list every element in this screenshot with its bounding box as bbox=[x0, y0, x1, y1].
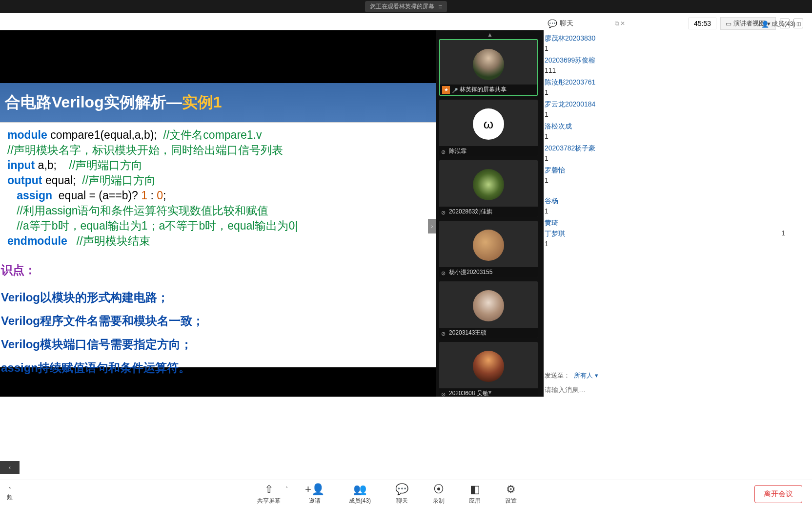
gallery-scroll-down[interactable]: ▼ bbox=[487, 389, 493, 396]
chat-sender: 谷杨 bbox=[544, 196, 803, 207]
toolbar-apps-button[interactable]: ◧应用 bbox=[469, 483, 481, 505]
members-icon: 👤 bbox=[761, 21, 769, 28]
chat-message: 111 bbox=[544, 66, 803, 77]
avatar bbox=[473, 230, 504, 261]
page-nav-prev[interactable]: ‹ bbox=[0, 461, 20, 474]
audio-control[interactable]: ˄ 频 bbox=[0, 487, 20, 502]
chat-icon: 💬 bbox=[395, 483, 408, 496]
members-tab[interactable]: 👤 成员(43) bbox=[758, 17, 803, 31]
avatar: ω bbox=[473, 108, 504, 140]
chat-sender: 罗馨怡 bbox=[544, 165, 803, 176]
toolbar-record-button[interactable]: ⦿录制 bbox=[433, 483, 445, 505]
participant-name: 20202863刘佳旗 bbox=[449, 208, 492, 216]
chat-panel: 廖茂林20203830120203699苏俊榕111陈汝彤202037611罗云… bbox=[544, 30, 803, 397]
leave-meeting-button[interactable]: 离开会议 bbox=[754, 485, 802, 503]
banner-menu-icon[interactable]: ≡ bbox=[438, 3, 442, 11]
toolbar-chat-button[interactable]: 💬聊天 bbox=[395, 483, 408, 505]
toolbar-settings-button[interactable]: ⚙设置 bbox=[505, 483, 517, 505]
chat-message: 1 bbox=[544, 154, 803, 165]
mic-muted-icon bbox=[441, 270, 447, 275]
slide: 合电路Verilog实例解析—实例1 module compare1(equal… bbox=[0, 83, 436, 367]
points-header: 识点： bbox=[1, 258, 435, 282]
avatar bbox=[473, 290, 504, 321]
collapse-handle[interactable]: › bbox=[428, 219, 436, 233]
chevron-up-icon: ˄ bbox=[8, 487, 11, 493]
video-tile[interactable]: ★林英撑的屏幕共享 bbox=[439, 39, 538, 96]
video-tile[interactable]: 20203143王硕 bbox=[439, 281, 538, 338]
mic-muted-icon bbox=[441, 209, 447, 215]
toolbar-members-button[interactable]: 👥成员(43) bbox=[349, 483, 371, 505]
members-icon: 👥 bbox=[353, 483, 366, 496]
tile-label: 20202863刘佳旗 bbox=[439, 207, 538, 217]
point-1: Verilog以模块的形式构建电路； bbox=[1, 286, 435, 309]
mic-muted-icon bbox=[441, 391, 447, 397]
chat-message: 1 bbox=[544, 88, 803, 99]
chat-icon: 💬 bbox=[548, 19, 557, 28]
chat-sender: 洛松次成 bbox=[544, 121, 803, 132]
host-badge-icon: ★ bbox=[442, 86, 450, 94]
top-bar: 您正在观看林英撑的屏幕 ≡ bbox=[0, 0, 812, 13]
toolbar-label: 聊天 bbox=[396, 497, 408, 505]
chat-input[interactable] bbox=[544, 383, 803, 397]
point-4: assign持续赋值语句和条件运算符。 bbox=[1, 356, 435, 380]
members-label: 成员(43) bbox=[771, 20, 795, 28]
video-tile[interactable]: 20202863刘佳旗 bbox=[439, 160, 538, 217]
video-gallery: ▲ ★林英撑的屏幕共享ω陈泓霏20202863刘佳旗杨小漫20203155202… bbox=[436, 30, 544, 397]
participant-name: 杨小漫20203155 bbox=[449, 268, 492, 276]
chat-messages: 廖茂林20203830120203699苏俊榕111陈汝彤202037611罗云… bbox=[544, 30, 803, 368]
meeting-timer: 45:53 bbox=[689, 18, 716, 29]
toolbar-label: 邀请 bbox=[309, 497, 321, 505]
chat-message: 1 bbox=[544, 44, 803, 55]
avatar bbox=[473, 351, 504, 382]
chat-message: 1 bbox=[544, 239, 803, 251]
toolbar-share-button[interactable]: ⇧˄共享屏幕 bbox=[257, 483, 281, 505]
chat-message: 1 bbox=[780, 229, 786, 240]
tile-label: 陈泓霏 bbox=[439, 146, 538, 156]
chat-sender: 黄琦 bbox=[544, 218, 803, 229]
toolbar-invite-button[interactable]: +👤邀请 bbox=[305, 483, 325, 505]
chat-sender: 廖茂林20203830 bbox=[544, 33, 803, 44]
bottom-toolbar: ˄ 频 ⇧˄共享屏幕+👤邀请👥成员(43)💬聊天⦿录制◧应用⚙设置 离开会议 bbox=[0, 480, 812, 508]
toolbar-label: 录制 bbox=[433, 497, 445, 505]
chat-sender: 陈汝彤20203761 bbox=[544, 77, 803, 88]
banner-text: 您正在观看林英撑的屏幕 bbox=[370, 2, 434, 11]
toolbar-label: 应用 bbox=[469, 497, 481, 505]
mic-muted-icon bbox=[441, 148, 447, 154]
point-2: Verilog程序文件名需要和模块名一致； bbox=[1, 309, 435, 333]
chat-message: 1 bbox=[544, 110, 803, 121]
toolbar-label: 设置 bbox=[505, 497, 517, 505]
shared-screen-area: 合电路Verilog实例解析—实例1 module compare1(equal… bbox=[0, 30, 436, 397]
code-block: module compare1(equal,a,b); //文件名compare… bbox=[0, 122, 436, 254]
share-icon: ⇧ bbox=[264, 483, 273, 496]
chat-message: 1 bbox=[544, 176, 803, 187]
toolbar-label: 共享屏幕 bbox=[257, 497, 281, 505]
participant-name: 林英撑的屏幕共享 bbox=[460, 85, 507, 94]
mic-muted-icon bbox=[441, 330, 447, 336]
chat-tab-label: 聊天 bbox=[560, 19, 573, 28]
avatar bbox=[473, 49, 504, 80]
close-icon[interactable]: ✕ bbox=[620, 20, 625, 27]
mic-on-icon bbox=[452, 87, 458, 93]
invite-icon: +👤 bbox=[305, 483, 325, 496]
chevron-up-icon[interactable]: ˄ bbox=[285, 486, 288, 491]
chat-sendto: 发送至： 所有人 ▾ bbox=[544, 368, 803, 383]
chat-sender: 20203699苏俊榕 bbox=[544, 55, 803, 66]
sendto-dropdown[interactable]: 所有人 ▾ bbox=[574, 371, 598, 380]
tile-label: 20203143王硕 bbox=[439, 328, 538, 338]
point-3: Verilog模块端口信号需要指定方向； bbox=[1, 333, 435, 356]
chat-tab[interactable]: 💬 聊天 ⧉ ✕ bbox=[544, 17, 629, 31]
record-icon: ⦿ bbox=[433, 483, 444, 496]
presenter-icon: ▭ bbox=[726, 20, 731, 27]
chat-message: 1 bbox=[544, 132, 803, 143]
popout-icon[interactable]: ⧉ bbox=[615, 20, 619, 27]
participant-name: 陈泓霏 bbox=[449, 147, 467, 155]
participant-name: 20203143王硕 bbox=[449, 329, 487, 337]
chat-sender: 罗云龙20200184 bbox=[544, 99, 803, 110]
video-tile[interactable]: ω陈泓霏 bbox=[439, 100, 538, 156]
gallery-scroll-up[interactable]: ▲ bbox=[487, 31, 493, 38]
tile-label: 杨小漫20203155 bbox=[439, 267, 538, 277]
video-tile[interactable]: 杨小漫20203155 bbox=[439, 221, 538, 277]
participant-name: 20203608 吴敏 bbox=[449, 389, 488, 397]
avatar bbox=[473, 169, 504, 200]
chat-sender: 20203782杨子豪 bbox=[544, 143, 803, 154]
